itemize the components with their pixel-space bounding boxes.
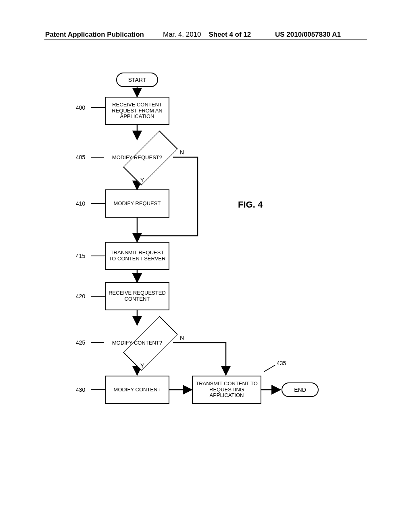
process-435-transmit-to-app: TRANSMIT CONTENT TO REQUESTING APPLICATI…: [192, 376, 261, 404]
page: Patent Application Publication Mar. 4, 2…: [0, 0, 413, 532]
terminator-start: START: [116, 73, 158, 87]
ref-420: 420: [76, 293, 85, 299]
decision-425-modify-content: MODIFY CONTENT?: [101, 325, 173, 360]
ref-430: 430: [76, 387, 85, 393]
ref-415: 415: [76, 253, 85, 259]
process-410-modify-request: MODIFY REQUEST: [105, 189, 169, 218]
branch-425-yes: Y: [140, 362, 144, 369]
process-420-receive-content: RECEIVE REQUESTED CONTENT: [105, 282, 169, 310]
process-400-receive-request: RECEIVE CONTENT REQUEST FROM AN APPLICAT…: [105, 97, 169, 125]
decision-405-text: MODIFY REQUEST?: [101, 139, 173, 175]
decision-425-text: MODIFY CONTENT?: [101, 325, 173, 360]
header-pubnum: US 2010/0057830 A1: [275, 31, 341, 39]
ref-405: 405: [76, 154, 85, 160]
header-middle: Mar. 4, 2010 Sheet 4 of 12: [163, 31, 251, 39]
branch-405-no: N: [180, 149, 184, 156]
process-430-modify-content: MODIFY CONTENT: [105, 376, 169, 404]
header-sheet: Sheet 4 of 12: [209, 31, 251, 38]
svg-line-16: [264, 365, 275, 372]
connectors: [48, 69, 363, 463]
terminator-end: END: [282, 382, 319, 397]
flowchart: START RECEIVE CONTENT REQUEST FROM AN AP…: [48, 69, 363, 463]
ref-425: 425: [76, 339, 85, 346]
header-date: Mar. 4, 2010: [163, 31, 201, 38]
ref-410: 410: [76, 200, 85, 207]
header-left: Patent Application Publication: [45, 31, 144, 39]
ref-435: 435: [277, 360, 286, 366]
decision-405-modify-request: MODIFY REQUEST?: [101, 139, 173, 175]
ref-400: 400: [76, 104, 85, 111]
branch-425-no: N: [180, 335, 184, 341]
figure-label: FIG. 4: [238, 200, 263, 210]
header-rule: [44, 39, 367, 40]
process-415-transmit-to-server: TRANSMIT REQUEST TO CONTENT SERVER: [105, 242, 169, 270]
branch-405-yes: Y: [140, 177, 144, 183]
